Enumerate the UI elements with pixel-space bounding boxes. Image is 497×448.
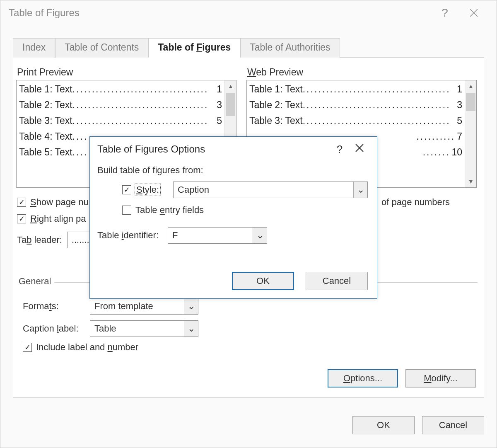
build-from-label: Build table of figures from: [97, 165, 369, 176]
tab-table-of-figures[interactable]: Table of Figures [148, 38, 240, 58]
show-page-numbers-row: Show page nu [17, 197, 89, 208]
style-label: Style: [135, 184, 160, 195]
style-row: Style: Caption ⌄ [122, 182, 394, 198]
formats-combo[interactable]: From template ⌄ [90, 298, 198, 315]
titlebar: Table of Figures ? [0, 0, 497, 25]
include-label-number-label: Include label and number [36, 342, 138, 353]
web-preview-label: Web Preview [247, 67, 303, 78]
tab-table-of-contents[interactable]: Table of Contents [55, 38, 148, 58]
tabstrip: Index Table of Contents Table of Figures… [13, 38, 484, 58]
caption-label-row: Caption label: Table ⌄ [23, 320, 198, 337]
formats-label: Formats: [23, 301, 85, 312]
table-identifier-label: Table identifier: [97, 230, 159, 241]
options-body: Build table of figures from: Style: Capt… [97, 165, 369, 269]
tab-leader-combo[interactable]: ....... [67, 232, 92, 248]
tab-leader-label: Tab leader: [17, 235, 62, 245]
tab-leader-row: Tab leader: ....... [17, 232, 92, 248]
table-of-figures-options-dialog: Table of Figures Options ? Build table o… [89, 136, 377, 299]
list-item: Table 2: Text...........................… [249, 97, 462, 113]
scroll-up-icon[interactable]: ▲ [225, 80, 236, 92]
show-page-numbers-label: Show page nu [30, 197, 89, 208]
close-icon[interactable] [350, 143, 369, 155]
list-item: Table 1: Text...........................… [249, 81, 462, 97]
table-of-figures-dialog: Table of Figures ? Index Table of Conten… [0, 0, 497, 448]
cancel-button[interactable]: Cancel [422, 416, 484, 434]
list-item: Table 3: Text...........................… [249, 113, 462, 128]
table-entry-fields-checkbox[interactable] [122, 206, 131, 215]
table-entry-fields-row: Table entry fields [122, 205, 394, 216]
table-identifier-row: Table identifier: F ⌄ [97, 227, 369, 244]
list-item: Table 3: Text...........................… [19, 113, 222, 128]
show-page-numbers-checkbox[interactable] [17, 198, 26, 207]
caption-label-label: Caption label: [23, 323, 85, 334]
right-align-row: Right align pa [17, 213, 86, 224]
dialog-button-row: OK Cancel [352, 416, 484, 434]
scroll-thumb[interactable] [226, 93, 235, 116]
scroll-thumb[interactable] [466, 93, 475, 111]
tab-index[interactable]: Index [13, 38, 55, 58]
chevron-down-icon: ⌄ [184, 321, 198, 337]
right-align-label: Right align pa [30, 213, 86, 224]
formats-row: Formats: From template ⌄ [23, 298, 198, 315]
chevron-down-icon: ⌄ [184, 298, 198, 314]
scrollbar[interactable]: ▲ ▼ [465, 80, 476, 187]
modify-button[interactable]: Modify... [405, 369, 476, 387]
table-entry-fields-label: Table entry fields [135, 205, 204, 216]
options-titlebar: Table of Figures Options ? [90, 137, 377, 162]
options-button-row: OK Cancel [232, 272, 368, 290]
help-icon[interactable]: ? [430, 0, 459, 25]
list-item: Table 1: Text...........................… [19, 81, 222, 97]
chevron-down-icon: ⌄ [353, 182, 367, 198]
style-checkbox[interactable] [122, 185, 131, 194]
caption-label-combo[interactable]: Table ⌄ [90, 320, 198, 337]
print-preview-label: Print Preview [17, 67, 73, 78]
chevron-down-icon: ⌄ [253, 228, 267, 243]
general-legend: General [15, 276, 54, 287]
cancel-button[interactable]: Cancel [306, 272, 368, 290]
ok-button[interactable]: OK [232, 272, 294, 290]
options-button[interactable]: Options... [328, 369, 398, 387]
dialog-title: Table of Figures [9, 7, 430, 19]
right-align-checkbox[interactable] [17, 214, 26, 223]
scroll-down-icon[interactable]: ▼ [465, 176, 477, 187]
ok-button[interactable]: OK [352, 416, 415, 434]
include-label-number-checkbox[interactable] [23, 343, 32, 352]
options-modify-row: Options... Modify... [328, 369, 476, 387]
tab-table-of-authorities[interactable]: Table of Authorities [240, 38, 340, 58]
close-icon[interactable] [459, 0, 488, 25]
help-icon[interactable]: ? [330, 143, 350, 156]
style-combo[interactable]: Caption ⌄ [173, 182, 368, 198]
options-dialog-title: Table of Figures Options [97, 143, 205, 155]
scroll-up-icon[interactable]: ▲ [465, 80, 477, 92]
include-label-number-row: Include label and number [23, 342, 138, 353]
list-item: Table 2: Text...........................… [19, 97, 222, 113]
table-identifier-combo[interactable]: F ⌄ [168, 227, 267, 244]
